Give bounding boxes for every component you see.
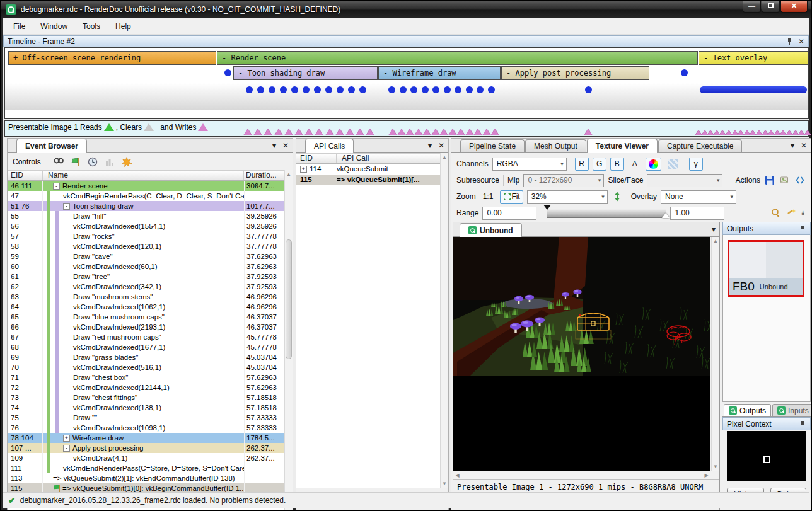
- draw-event-dot[interactable]: [246, 86, 253, 93]
- column-eid[interactable]: EID: [8, 171, 43, 180]
- write-usage-triangle[interactable]: [465, 129, 474, 135]
- write-usage-triangle[interactable]: [422, 129, 431, 135]
- bookmark-flag-icon[interactable]: [70, 156, 81, 168]
- event-row-62[interactable]: 62vkCmdDrawIndexed(342,1)37.92593: [8, 282, 286, 292]
- event-row-51-76[interactable]: 51-76-Toon shading draw1017.7...: [8, 201, 286, 211]
- menu-file[interactable]: File: [6, 20, 33, 33]
- event-row-61[interactable]: 61Draw "tree"37.92593: [8, 272, 286, 282]
- event-browser-vscrollbar[interactable]: ▲ ▼: [284, 170, 293, 510]
- event-row-64[interactable]: 64vkCmdDrawIndexed(1062,1)46.96296: [8, 302, 286, 312]
- timeline-marker[interactable]: - Apply post processing: [501, 66, 649, 80]
- write-usage-triangle[interactable]: [456, 129, 465, 135]
- goto-source-icon[interactable]: [794, 175, 806, 186]
- event-row-65[interactable]: 65Draw "blue mushroom caps"46.37037: [8, 312, 286, 322]
- event-row-63[interactable]: 63Draw "mushroom stems"46.96296: [8, 292, 286, 302]
- write-usage-triangle[interactable]: [804, 130, 811, 135]
- zoom-level-dropdown[interactable]: 32%▾: [527, 190, 608, 204]
- pin-icon[interactable]: [787, 38, 793, 45]
- pixel-context-view[interactable]: [727, 431, 806, 481]
- title-bar[interactable]: debugmarker.rdc - RenderDoc Unofficial r…: [1, 1, 811, 18]
- tab-inputs[interactable]: Inputs: [772, 404, 812, 416]
- event-row-78-104[interactable]: 78-104+Wireframe draw1784.5...: [8, 433, 286, 443]
- write-usage-triangle[interactable]: [345, 129, 354, 135]
- tab-api-calls[interactable]: API Calls: [305, 139, 354, 153]
- timeline-marker[interactable]: - Toon shading draw: [233, 66, 378, 80]
- event-dot[interactable]: [681, 69, 688, 76]
- scroll-down-icon[interactable]: ▼: [712, 462, 719, 471]
- tab-pipeline-state[interactable]: Pipeline State: [460, 139, 525, 152]
- timeline-marker[interactable]: + Off-screen scene rendering: [8, 51, 216, 65]
- draw-event-dot[interactable]: [488, 86, 495, 93]
- write-usage-triangle[interactable]: [482, 129, 491, 135]
- find-icon[interactable]: [53, 156, 64, 168]
- write-usage-triangle[interactable]: [473, 129, 482, 135]
- write-usage-triangle[interactable]: [284, 129, 293, 135]
- event-row-72[interactable]: 72vkCmdDrawIndexed(12144,1)57.62963: [8, 382, 286, 393]
- texture-viewport[interactable]: [453, 237, 710, 471]
- write-usage-triangle[interactable]: [335, 129, 344, 135]
- channel-a-toggle[interactable]: A: [628, 158, 642, 171]
- api-call-row-115[interactable]: 115=> vkQueueSubmit(1)[...: [296, 175, 440, 185]
- draw-event-dot[interactable]: [585, 86, 592, 93]
- event-row-69[interactable]: 69Draw "grass blades"45.03704: [8, 352, 286, 362]
- range-min-input[interactable]: 0.00: [482, 207, 536, 220]
- event-row-46-111[interactable]: 46-111-Render scene3064.7...: [8, 181, 286, 191]
- slice-face-dropdown[interactable]: ▾: [647, 174, 722, 187]
- column-eid[interactable]: EID: [296, 154, 337, 163]
- event-row-71[interactable]: 71Draw "chest box"57.62963: [8, 372, 286, 382]
- event-row-56[interactable]: 56vkCmdDrawIndexed(1554,1)39.25926: [8, 221, 286, 231]
- write-usage-triangle[interactable]: [405, 129, 414, 135]
- event-row-58[interactable]: 58vkCmdDrawIndexed(120,1)37.77778: [8, 241, 286, 251]
- viewport-hscrollbar[interactable]: ◀ ▶: [453, 471, 710, 479]
- zoom-range-icon[interactable]: [770, 207, 782, 219]
- draw-event-dot[interactable]: [348, 86, 355, 93]
- channel-b-toggle[interactable]: B: [610, 158, 624, 171]
- mip-dropdown[interactable]: 0 - 1272x690▾: [523, 174, 604, 187]
- zoom-1-1-button[interactable]: 1:1: [480, 190, 497, 204]
- write-usage-triangle[interactable]: [356, 129, 364, 135]
- write-usage-triangle[interactable]: [388, 129, 397, 135]
- close-icon[interactable]: ✕: [282, 141, 289, 150]
- event-row-70[interactable]: 70vkCmdDrawIndexed(516,1)45.03704: [8, 362, 286, 372]
- event-row-113[interactable]: 113=> vkQueueSubmit(2)[1]: vkEndCommandB…: [8, 473, 286, 483]
- timeline-panel-header[interactable]: Timeline - Frame #2 ✕: [3, 35, 809, 47]
- api-calls-vscrollbar[interactable]: ▲ ▼: [440, 153, 448, 488]
- overlay-dropdown[interactable]: None▾: [661, 190, 736, 204]
- write-usage-triangle[interactable]: [490, 129, 499, 135]
- scrollbar-thumb[interactable]: [286, 239, 292, 359]
- outputs-header[interactable]: Outputs: [722, 222, 811, 235]
- texture-list-menu-icon[interactable]: ▾: [712, 225, 716, 234]
- scroll-down-icon[interactable]: ▼: [441, 479, 448, 488]
- write-usage-triangle[interactable]: [397, 129, 406, 135]
- custom-display-toggle[interactable]: [646, 158, 661, 171]
- event-row-111[interactable]: 111vkCmdEndRenderPass(C=Store, D=Store, …: [8, 463, 286, 473]
- pin-icon[interactable]: [800, 420, 806, 428]
- event-pill[interactable]: [700, 86, 807, 93]
- event-row-67[interactable]: 67Draw "red mushroom caps"45.77778: [8, 332, 286, 342]
- draw-event-dot[interactable]: [444, 86, 451, 93]
- draw-event-dot[interactable]: [325, 86, 332, 93]
- write-usage-triangle[interactable]: [315, 129, 323, 135]
- autofit-wand-icon[interactable]: [786, 207, 797, 219]
- timeline-marker[interactable]: - Render scene: [217, 51, 698, 65]
- event-row-57[interactable]: 57Draw "rocks"37.77778: [8, 231, 286, 241]
- event-row-55[interactable]: 55Draw "hill"39.25926: [8, 211, 286, 221]
- write-usage-triangle[interactable]: [253, 129, 262, 135]
- open-external-icon[interactable]: [779, 175, 791, 186]
- event-row-66[interactable]: 66vkCmdDrawIndexed(2193,1)46.37037: [8, 322, 286, 332]
- write-usage-triangle[interactable]: [366, 129, 374, 135]
- write-usage-triangle[interactable]: [414, 129, 423, 135]
- event-row-74[interactable]: 74vkCmdDrawIndexed(138,1)57.18518: [8, 403, 286, 413]
- event-row-76[interactable]: 76vkCmdDrawIndexed(1098,1)57.33333: [8, 423, 286, 433]
- close-button[interactable]: ✕: [780, 1, 808, 13]
- flip-y-icon[interactable]: [612, 191, 623, 202]
- scroll-left-icon[interactable]: ◀: [453, 471, 461, 479]
- write-usage-triangle[interactable]: [294, 129, 303, 135]
- tree-expander-icon[interactable]: -: [63, 203, 70, 210]
- draw-event-dot[interactable]: [269, 86, 276, 93]
- draw-event-dot[interactable]: [337, 86, 344, 93]
- pixel-context-header[interactable]: Pixel Context: [722, 417, 811, 430]
- event-row-107-...[interactable]: 107-...-Apply post processing262.37...: [8, 443, 286, 453]
- tab-current-texture[interactable]: Unbound: [460, 223, 522, 237]
- draw-event-dot[interactable]: [400, 86, 407, 93]
